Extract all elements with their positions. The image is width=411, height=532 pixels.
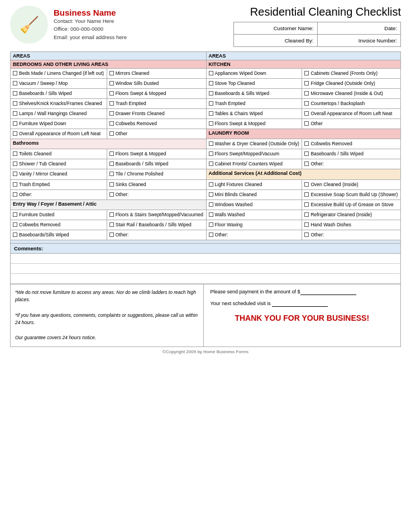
- page-title: Residential Cleaning Checklist: [233, 6, 401, 18]
- footer-note-2: *If you have any questions, comments, co…: [15, 312, 199, 327]
- bath-item-1: Toilets Cleaned: [11, 149, 107, 159]
- kitchen-item-4: Trash Emptied: [206, 99, 302, 109]
- kitchen-item-7: Cabinets Cleaned (Fronts Only): [302, 69, 401, 79]
- header-right: Residential Cleaning Checklist Customer …: [233, 6, 401, 47]
- scheduled-line: Your next scheduled visit is: [211, 301, 394, 307]
- kitchen-item-1: Appliances Wiped Down: [206, 69, 302, 79]
- laundry-item-6: Other:: [302, 159, 401, 169]
- laundry-item-2: Floors Swept/Mopped/Vacuum: [206, 149, 302, 159]
- areas-header-right: AREAS: [206, 52, 400, 60]
- kitchen-item-2: Stove Top Cleaned: [206, 79, 302, 89]
- entry-item-4: Floors & Stairs Swept/Mopped/Vacuumed: [107, 210, 206, 220]
- additional-item-9: Excessive Build Up of Grease on Stove: [302, 200, 401, 210]
- areas-header-left: AREAS: [11, 52, 207, 60]
- bedroom-item-6: Furniture Wiped Down: [11, 119, 107, 129]
- bedroom-item-5: Lamps / Wall Hangings Cleaned: [11, 109, 107, 119]
- footer-left: *We do not move furniture to access any …: [11, 284, 204, 346]
- kitchen-item-10: Countertops / Backsplash: [302, 99, 401, 109]
- entry-item-5: Stair Rail / Baseboards / Sills Wiped: [107, 220, 206, 230]
- cleaned-by-label: Cleaned By:: [234, 35, 318, 47]
- copyright: ©Copyright 2009 by Home Business Forms: [10, 349, 401, 354]
- bath-item-6: Floors Swept & Mopped: [107, 149, 206, 159]
- checklist-table: AREAS AREAS BEDROOMS AND OTHER LIVING AR…: [10, 51, 401, 244]
- bath-item-9: Sinks Cleaned: [107, 179, 206, 189]
- additional-item-2: Mini Blinds Cleaned: [206, 189, 302, 200]
- bedroom-item-13: Cobwebs Removed: [107, 119, 206, 129]
- additional-item-12: Other:: [302, 230, 401, 240]
- bedroom-item-9: Window Sills Dusted: [107, 79, 206, 89]
- kitchen-item-8: Fridge Cleaned (Outside Only): [302, 79, 401, 89]
- comment-line-3[interactable]: [11, 274, 400, 284]
- entry-item-6: Other:: [107, 230, 206, 240]
- additional-item-6: Other:: [206, 230, 302, 240]
- invoice-label: Invoice Number:: [317, 35, 401, 47]
- bedroom-item-2: Vacuum / Sweep / Mop: [11, 79, 107, 89]
- kitchen-header: KITCHEN: [206, 60, 400, 69]
- kitchen-item-5: Tables & Chairs Wiped: [206, 109, 302, 119]
- bedroom-item-12: Drawer Fronts Cleaned: [107, 109, 206, 119]
- bath-item-7: Baseboards / Sills Wiped: [107, 159, 206, 169]
- additional-header: Additional Services (At Additional Cost): [206, 169, 400, 179]
- laundry-item-3: Cabinet Fronts/ Counters Wiped: [206, 159, 302, 169]
- customer-info-table: Customer Name: Date: Cleaned By: Invoice…: [233, 22, 401, 47]
- entry-item-2: Cobwebs Removed: [11, 220, 107, 230]
- date-label: Date:: [317, 22, 401, 35]
- laundry-item-1: Washer & Dryer Cleaned (Outside Only): [206, 139, 302, 149]
- bath-item-4: Trash Emptied: [11, 179, 107, 189]
- comments-label: Comments:: [10, 244, 401, 254]
- footer-note-1: *We do not move furniture to access any …: [15, 289, 199, 304]
- bath-item-5: Other:: [11, 189, 107, 200]
- laundry-item-5: Baseboards / Sills Wiped: [302, 149, 401, 159]
- footer: *We do not move furniture to access any …: [10, 284, 401, 347]
- laundry-item-4: Cobwebs Removed: [302, 139, 401, 149]
- business-logo: 🧹: [10, 6, 48, 44]
- additional-item-1: Light Fixtures Cleaned: [206, 179, 302, 189]
- laundry-header: LAUNDRY ROOM: [206, 129, 400, 139]
- additional-item-11: Hand Wash Dishes: [302, 220, 401, 230]
- thank-you: THANK YOU FOR YOUR BUSINESS!: [211, 314, 394, 322]
- business-name: Business Name: [54, 8, 127, 17]
- entry-item-3: Baseboards/Sills Wiped: [11, 230, 107, 240]
- bedroom-item-7: Overall Appearance of Room Left Neat: [11, 129, 107, 139]
- kitchen-item-11: Overall Appearance of Room Left Neat: [302, 109, 401, 119]
- business-info: Business Name Contact: Your Name Here Of…: [54, 8, 127, 41]
- bath-item-2: Shower / Tub Cleaned: [11, 159, 107, 169]
- bedroom-item-10: Floors Swept & Mopped: [107, 89, 206, 99]
- comment-line-1[interactable]: [11, 254, 400, 264]
- bathrooms-header: Bathrooms: [11, 139, 207, 149]
- bedroom-item-14: Other: [107, 129, 206, 139]
- additional-item-8: Excessive Soap Scum Build Up (Shower): [302, 189, 401, 200]
- comments-lines: [10, 254, 401, 284]
- additional-item-10: Refrigerator Cleaned (Inside): [302, 210, 401, 220]
- kitchen-item-9: Microwave Cleaned (Inside & Out): [302, 89, 401, 99]
- bedroom-item-4: Shelves/Knick Knacks/Frames Cleaned: [11, 99, 107, 109]
- comment-line-2[interactable]: [11, 264, 400, 274]
- additional-item-5: Floor Waxing: [206, 220, 302, 230]
- entry-item-1: Furniture Dusted: [11, 210, 107, 220]
- additional-item-3: Windows Washed: [206, 200, 302, 210]
- footer-note-3: Our guarantee covers 24 hours notice.: [15, 334, 199, 342]
- kitchen-item-6: Floors Swept & Mopped: [206, 119, 302, 129]
- bedroom-item-3: Baseboards / Sills Wiped: [11, 89, 107, 99]
- kitchen-item-12: Other: [302, 119, 401, 129]
- payment-line: Please send payment in the amount of $: [211, 289, 394, 295]
- entry-header: Entry Way / Foyer / Basement / Attic: [11, 200, 207, 210]
- customer-name-label: Customer Name:: [234, 22, 318, 35]
- additional-item-7: Oven Cleaned (Inside): [302, 179, 401, 189]
- footer-right: Please send payment in the amount of $ Y…: [204, 284, 401, 346]
- kitchen-item-3: Baseboards & Sills Wiped: [206, 89, 302, 99]
- bath-item-8: Tile / Chrome Polished: [107, 169, 206, 179]
- additional-item-4: Walls Washed: [206, 210, 302, 220]
- bedrooms-header: BEDROOMS AND OTHER LIVING AREAS: [11, 60, 207, 69]
- bath-item-3: Vanity / Mirror Cleaned: [11, 169, 107, 179]
- bedroom-item-11: Trash Emptied: [107, 99, 206, 109]
- bath-item-10: Other:: [107, 189, 206, 200]
- bedroom-item-1: Beds Made / Linens Changed (if left out): [11, 69, 107, 79]
- bedroom-item-8: Mirrors Cleaned: [107, 69, 206, 79]
